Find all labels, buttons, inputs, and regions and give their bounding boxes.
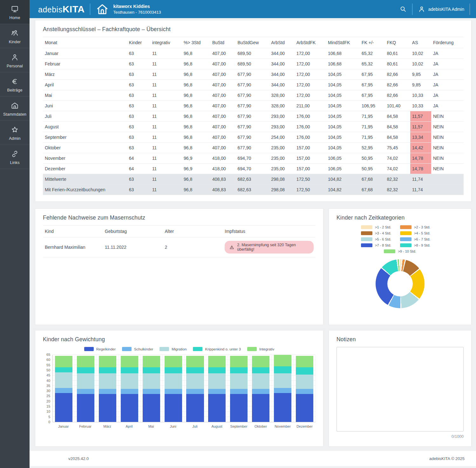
legend-label: Krippenkind o. unter 3 bbox=[205, 347, 241, 351]
overview-cell: JA bbox=[431, 80, 464, 90]
overview-cell: 63 bbox=[127, 59, 150, 69]
overview-column-header: FK +/- bbox=[360, 37, 385, 48]
overview-cell: 176,00 bbox=[295, 132, 326, 143]
bar-mai bbox=[140, 355, 162, 422]
overview-cell: 157,00 bbox=[295, 153, 326, 164]
bar-segment bbox=[143, 356, 160, 367]
footer: v2025.42.0 adebisKITA © 2025 bbox=[30, 451, 476, 466]
bar-legend-item[interactable]: Schulkinder bbox=[122, 347, 153, 351]
overview-cell: 677,90 bbox=[235, 80, 269, 90]
bar-chart: 05101520253035404550556065 bbox=[43, 355, 316, 422]
sidebar-item-kinder[interactable]: Kinder bbox=[0, 24, 30, 48]
bar-juni bbox=[162, 355, 184, 422]
overview-cell: 82,66 bbox=[385, 69, 410, 80]
legend-label: >7 - 8 Std. bbox=[375, 243, 391, 247]
bar-segment bbox=[143, 373, 160, 389]
bar-segment bbox=[274, 366, 291, 374]
sidebar-item-admin[interactable]: Admin bbox=[0, 121, 30, 145]
bar-segment bbox=[186, 389, 204, 394]
donut-legend-item[interactable]: >1 - 2 Std. bbox=[361, 225, 400, 229]
bar-chart-title: Kinder nach Gewichtung bbox=[43, 336, 316, 343]
overview-cell: 11 bbox=[150, 122, 182, 132]
sidebar-item-home[interactable]: Home bbox=[0, 0, 30, 24]
donut-legend-item[interactable]: >5 - 6 Std. bbox=[361, 237, 400, 241]
bar-segment bbox=[230, 356, 248, 367]
y-tick-label: 45 bbox=[46, 373, 50, 377]
bar-segment bbox=[77, 373, 94, 389]
overview-cell: 172,00 bbox=[295, 80, 326, 90]
overview-column-header: %> 3Std bbox=[182, 37, 210, 48]
overview-cell: 63 bbox=[127, 143, 150, 153]
bar-segment bbox=[208, 394, 226, 422]
overview-cell: Februar bbox=[43, 59, 127, 69]
bar-segment bbox=[99, 356, 116, 367]
legend-label: >5 - 6 Std. bbox=[375, 237, 391, 241]
search-icon[interactable] bbox=[399, 5, 407, 13]
person-icon bbox=[10, 53, 19, 62]
overview-cell: 418,00 bbox=[210, 164, 235, 174]
notes-input[interactable] bbox=[337, 347, 464, 431]
bar-legend-item[interactable]: Integrativ bbox=[247, 347, 274, 351]
overview-cell: 67,68 bbox=[360, 174, 385, 185]
donut-legend-item[interactable]: >3 - 4 Std. bbox=[361, 231, 400, 235]
sidebar-item-personal[interactable]: Personal bbox=[0, 48, 30, 72]
bar-segment bbox=[77, 394, 94, 422]
bar-segment bbox=[55, 372, 72, 388]
user-icon bbox=[418, 5, 425, 13]
donut-legend-item[interactable]: >8 - 9 Std. bbox=[400, 243, 439, 247]
overview-cell: 10,02 bbox=[410, 59, 431, 69]
y-tick-label: 30 bbox=[46, 389, 50, 393]
bar-segment bbox=[252, 373, 269, 389]
overview-cell: 11 bbox=[150, 90, 182, 101]
app-logo-bold: KITA bbox=[63, 4, 85, 15]
legend-swatch bbox=[247, 347, 257, 351]
overview-cell: 96,8 bbox=[182, 48, 210, 59]
overview-cell: 11 bbox=[150, 164, 182, 174]
x-tick-label: Januar bbox=[52, 424, 74, 428]
donut-hole bbox=[387, 271, 413, 296]
overview-cell: 677,90 bbox=[235, 122, 269, 132]
bar-segment bbox=[230, 389, 248, 394]
bar-legend-item[interactable]: Krippenkind o. unter 3 bbox=[193, 347, 241, 351]
donut-legend-item[interactable]: >2 - 3 Std. bbox=[400, 225, 439, 229]
user-menu[interactable]: adebisKITA Admin bbox=[418, 5, 464, 13]
overview-cell: 64 bbox=[127, 164, 150, 174]
overview-row: Februar631196,8407,00689,50344,00172,001… bbox=[43, 59, 464, 69]
sidebar-item-beiträge[interactable]: Beiträge bbox=[0, 72, 30, 97]
overview-cell: 52,95 bbox=[360, 143, 385, 153]
bar-segment bbox=[55, 388, 72, 393]
sidebar-item-links[interactable]: Links bbox=[0, 145, 30, 169]
y-tick-label: 25 bbox=[46, 394, 50, 398]
overview-cell: 104,05 bbox=[326, 132, 360, 143]
y-tick-label: 20 bbox=[46, 399, 50, 403]
legend-label: >9 - 10 Std. bbox=[398, 249, 416, 253]
overview-cell: 235,00 bbox=[269, 164, 294, 174]
overview-cell: 96,9 bbox=[182, 153, 210, 164]
overview-cell: Januar bbox=[43, 48, 127, 59]
donut-legend-item[interactable]: >6 - 7 Std. bbox=[400, 237, 439, 241]
sidebar-item-stammdaten[interactable]: Stammdaten bbox=[0, 97, 30, 121]
overview-title: Anstellungsschlüssel – Fachkraftquote – … bbox=[43, 26, 464, 33]
bar-segment bbox=[77, 356, 94, 367]
donut-legend-item[interactable]: >9 - 10 Std. bbox=[361, 249, 439, 253]
legend-swatch bbox=[361, 243, 372, 247]
facility-selector[interactable]: kitaworx Kiddies Testhausen - 7610003413 bbox=[96, 3, 161, 16]
app-logo[interactable]: adebisKITA bbox=[38, 4, 85, 15]
legend-swatch bbox=[361, 237, 372, 241]
overview-row: Juli631196,8407,00677,90293,00176,00104,… bbox=[43, 111, 464, 122]
donut-legend-item[interactable]: >4 - 5 Std. bbox=[400, 231, 439, 235]
overview-cell: 104,82 bbox=[326, 174, 360, 185]
overview-cell: 82,66 bbox=[385, 80, 410, 90]
overview-cell: NEIN bbox=[431, 143, 464, 153]
sidebar-item-label: Home bbox=[9, 16, 20, 20]
donut-legend-item[interactable]: >7 - 8 Std. bbox=[361, 243, 400, 247]
overview-cell: NEIN bbox=[431, 153, 464, 164]
overview-column-header: FKQ bbox=[385, 37, 410, 48]
overview-cell: 11 bbox=[150, 111, 182, 122]
bar-legend-item[interactable]: Regelkinder bbox=[84, 347, 116, 351]
bar-legend-item[interactable]: Migration bbox=[160, 347, 187, 351]
overview-cell: 63 bbox=[127, 111, 150, 122]
overview-cell: NEIN bbox=[431, 132, 464, 143]
bar-segment bbox=[208, 356, 226, 367]
overview-cell: 11,57 bbox=[410, 122, 431, 132]
